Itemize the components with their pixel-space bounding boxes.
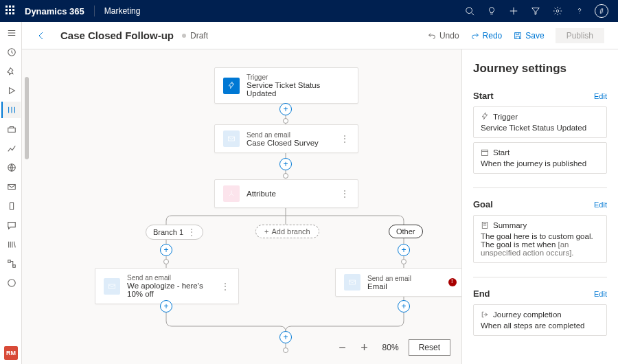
save-button[interactable]: Save	[513, 31, 544, 41]
panel-title: Journey settings	[473, 62, 607, 76]
email-node-error[interactable]: Send an emailEmail	[335, 268, 461, 297]
svg-rect-25	[109, 284, 115, 288]
add-branch-button[interactable]: +Add branch	[255, 225, 319, 238]
zoom-reset-button[interactable]: Reset	[409, 339, 450, 356]
exit-icon	[481, 310, 489, 319]
section-end: EndEdit Journey completion When all step…	[473, 288, 607, 336]
section-divider	[473, 187, 607, 188]
zoom-out-button[interactable]: −	[334, 339, 351, 356]
add-step-button[interactable]: +	[398, 300, 410, 312]
journey-icon[interactable]	[1, 102, 21, 118]
add-step-button[interactable]: +	[160, 300, 172, 312]
hamburger-icon[interactable]	[1, 25, 21, 41]
filter-icon[interactable]	[525, 0, 547, 22]
node-more-icon[interactable]: ⋮	[215, 282, 230, 291]
svg-point-4	[556, 10, 559, 12]
status-dot	[182, 34, 186, 38]
email-icon	[344, 274, 360, 291]
pill-more-icon[interactable]: ⋮	[187, 227, 196, 237]
zoom-in-button[interactable]: +	[356, 339, 373, 356]
device-icon[interactable]	[1, 198, 21, 214]
area-name[interactable]: Marketing	[104, 6, 141, 16]
add-step-button[interactable]: +	[279, 158, 292, 170]
journey-canvas[interactable]: TriggerService Ticket Status Updated + S…	[22, 49, 461, 364]
node-value: Email	[367, 282, 411, 291]
analytics-icon[interactable]	[1, 140, 21, 157]
card-summary[interactable]: Summary The goal here is to custom goal.…	[473, 215, 607, 263]
search-icon[interactable]	[459, 0, 481, 22]
connector-endpoint	[283, 118, 288, 124]
persona-badge[interactable]: RM	[4, 346, 18, 360]
node-label: Send an email	[367, 275, 411, 282]
edit-link[interactable]: Edit	[594, 290, 607, 298]
section-divider	[473, 277, 607, 277]
summary-icon	[481, 221, 489, 229]
status-text: Draft	[190, 31, 208, 41]
calendar-icon	[481, 148, 489, 157]
card-completion[interactable]: Journey completion When all steps are co…	[473, 304, 607, 336]
node-more-icon[interactable]: ⋮	[334, 134, 350, 144]
node-more-icon[interactable]: ⋮	[334, 189, 350, 198]
left-nav-rail: RM	[0, 22, 22, 364]
add-step-button[interactable]: +	[279, 103, 292, 115]
undo-button[interactable]: Undo	[427, 31, 459, 41]
error-icon[interactable]	[448, 278, 457, 286]
svg-rect-26	[350, 280, 356, 284]
pin-icon[interactable]	[1, 63, 21, 80]
chat-icon[interactable]	[1, 217, 21, 234]
svg-line-1	[472, 13, 474, 16]
email-node-apology[interactable]: Send an emailWe apologize - here's 10% o…	[95, 268, 239, 304]
mail-icon[interactable]	[1, 179, 21, 195]
email-node-survey[interactable]: Send an emailCase Closed Survey ⋮	[214, 124, 358, 153]
section-heading: End	[473, 288, 490, 299]
journey-settings-panel: Journey settings StartEdit Trigger Servi…	[461, 49, 618, 364]
connector-endpoint	[283, 173, 288, 179]
redo-button[interactable]: Redo	[470, 31, 503, 41]
branch-pill-other[interactable]: Other	[389, 225, 423, 238]
user-avatar[interactable]: #	[591, 0, 613, 22]
globe-icon[interactable]	[1, 159, 21, 176]
svg-rect-24	[229, 137, 235, 141]
navbar-divider	[94, 5, 95, 16]
email-icon	[223, 130, 240, 147]
lightbulb-icon[interactable]	[481, 0, 503, 22]
edit-link[interactable]: Edit	[594, 92, 607, 100]
command-bar: Case Closed Follow-up Draft Undo Redo Sa…	[22, 22, 618, 49]
org-icon[interactable]	[1, 121, 21, 137]
node-value: Service Ticket Status Updated	[247, 81, 350, 98]
attribute-icon	[223, 185, 240, 202]
node-value: We apologize - here's 10% off	[127, 282, 208, 298]
flow-icon[interactable]	[1, 255, 21, 272]
section-start: StartEdit Trigger Service Ticket Status …	[473, 91, 607, 174]
svg-point-15	[8, 280, 15, 287]
card-start[interactable]: Start When the journey is published	[473, 142, 607, 174]
back-button[interactable]	[36, 29, 49, 43]
help-icon[interactable]	[569, 0, 591, 22]
add-step-button[interactable]: +	[279, 331, 292, 343]
trigger-icon	[223, 78, 240, 94]
email-icon	[104, 278, 120, 295]
node-value: Attribute	[247, 190, 276, 198]
node-label: Send an email	[127, 274, 208, 282]
add-icon[interactable]	[503, 0, 525, 22]
add-step-button[interactable]: +	[160, 244, 172, 256]
trigger-node[interactable]: TriggerService Ticket Status Updated	[214, 67, 358, 104]
node-value: Case Closed Survey	[247, 139, 319, 147]
canvas-scrollbar[interactable]	[25, 49, 29, 364]
library-icon[interactable]	[1, 236, 21, 253]
section-heading: Goal	[473, 199, 493, 209]
app-launcher-icon[interactable]	[5, 5, 16, 16]
add-step-button[interactable]: +	[398, 244, 410, 256]
section-heading: Start	[473, 91, 494, 101]
zoom-controls: − + 80% Reset	[334, 339, 450, 356]
global-navbar: Dynamics 365 Marketing #	[0, 0, 618, 22]
attribute-node[interactable]: Attribute ⋮	[214, 179, 358, 208]
publish-button[interactable]: Publish	[556, 28, 604, 43]
settings-icon[interactable]	[547, 0, 569, 22]
consent-icon[interactable]	[1, 275, 21, 291]
card-trigger[interactable]: Trigger Service Ticket Status Updated	[473, 106, 607, 138]
play-icon[interactable]	[1, 82, 21, 99]
recent-icon[interactable]	[1, 44, 21, 60]
edit-link[interactable]: Edit	[594, 201, 607, 209]
branch-pill-1[interactable]: Branch 1⋮	[146, 225, 203, 240]
